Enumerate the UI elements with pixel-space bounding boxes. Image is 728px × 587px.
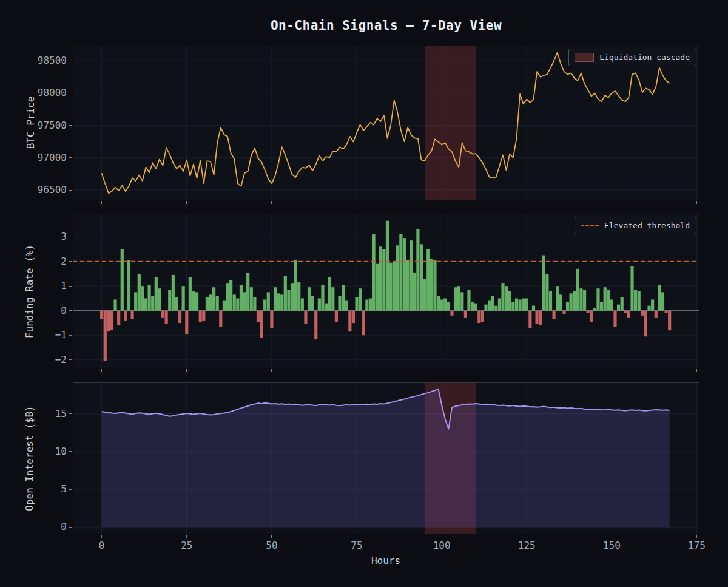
y-tick-mark: [69, 413, 72, 414]
x-tick-mark: [186, 201, 187, 204]
y-tick-mark: [69, 527, 72, 528]
x-tick-label: 100: [420, 540, 463, 551]
y-tick-label: 98500: [12, 55, 67, 67]
x-tick-mark: [186, 535, 187, 538]
x-tick-mark: [612, 535, 612, 538]
x-axis-label: Hours: [204, 555, 568, 566]
btc-price-plot: [73, 46, 699, 200]
y-tick-mark: [69, 359, 72, 360]
y-tick-label: 97500: [12, 120, 67, 132]
y-tick-label: 0: [12, 521, 67, 533]
y-tick-mark: [69, 451, 72, 452]
y-tick-label: 5: [12, 483, 67, 495]
y-tick-label: −1: [12, 329, 67, 341]
y-tick-mark: [69, 61, 72, 61]
y-tick-label: 96500: [12, 184, 67, 196]
y-tick-label: −2: [12, 354, 67, 366]
y-tick-mark: [69, 93, 72, 93]
legend-liquidation-cascade: Liquidation cascade: [568, 49, 696, 66]
x-tick-mark: [442, 535, 442, 538]
legend-label: Liquidation cascade: [599, 53, 690, 62]
x-tick-mark: [612, 201, 612, 204]
x-tick-mark: [186, 369, 187, 372]
x-tick-mark: [696, 535, 697, 538]
y-tick-mark: [69, 237, 72, 237]
y-tick-mark: [69, 489, 72, 490]
x-tick-mark: [357, 535, 357, 538]
open-interest-plot: [73, 382, 699, 534]
x-tick-mark: [101, 369, 102, 372]
x-tick-label: 150: [590, 540, 633, 551]
price-subplot: Liquidation cascade: [73, 46, 699, 200]
legend-label: Elevated threshold: [604, 221, 690, 230]
oi-subplot: [73, 382, 699, 534]
x-tick-mark: [442, 201, 442, 204]
y-tick-mark: [69, 190, 72, 191]
funding-rate-plot: [73, 214, 699, 368]
x-tick-mark: [357, 369, 357, 372]
x-tick-mark: [271, 535, 272, 538]
x-tick-label: 175: [676, 540, 718, 551]
x-tick-label: 125: [505, 540, 548, 551]
y-tick-mark: [69, 261, 72, 262]
y-tick-mark: [69, 310, 72, 311]
y-tick-label: 97000: [12, 152, 67, 164]
y-tick-mark: [69, 335, 72, 336]
y-tick-label: 2: [12, 256, 67, 268]
x-tick-mark: [527, 369, 527, 372]
y-tick-label: 10: [12, 446, 67, 458]
figure: On-Chain Signals — 7-Day View BTC Price …: [0, 0, 728, 587]
funding-subplot: Elevated threshold: [73, 214, 699, 368]
x-tick-label: 25: [166, 540, 208, 551]
x-tick-mark: [442, 369, 442, 372]
x-tick-mark: [357, 201, 357, 204]
x-tick-mark: [527, 535, 527, 538]
x-tick-label: 0: [81, 540, 123, 551]
x-tick-label: 75: [335, 540, 378, 551]
y-tick-label: 0: [12, 305, 67, 317]
y-tick-label: 3: [12, 231, 67, 243]
x-tick-mark: [696, 369, 697, 372]
y-tick-label: 98000: [12, 87, 67, 99]
x-tick-label: 50: [251, 540, 293, 551]
y-tick-mark: [69, 157, 72, 158]
y-tick-mark: [69, 286, 72, 287]
liquidation-cascade-swatch-icon: [575, 53, 594, 62]
x-tick-mark: [101, 535, 102, 538]
threshold-dash-swatch-icon: [581, 225, 599, 226]
legend-elevated-threshold: Elevated threshold: [575, 217, 696, 234]
x-tick-mark: [271, 201, 272, 204]
chart-title: On-Chain Signals — 7-Day View: [73, 18, 699, 33]
y-tick-mark: [69, 125, 72, 126]
x-tick-mark: [527, 201, 527, 204]
x-tick-mark: [271, 369, 272, 372]
x-tick-mark: [696, 201, 697, 204]
x-tick-mark: [612, 369, 612, 372]
y-tick-label: 15: [12, 408, 67, 420]
y-tick-label: 1: [12, 280, 67, 292]
x-tick-mark: [101, 201, 102, 204]
